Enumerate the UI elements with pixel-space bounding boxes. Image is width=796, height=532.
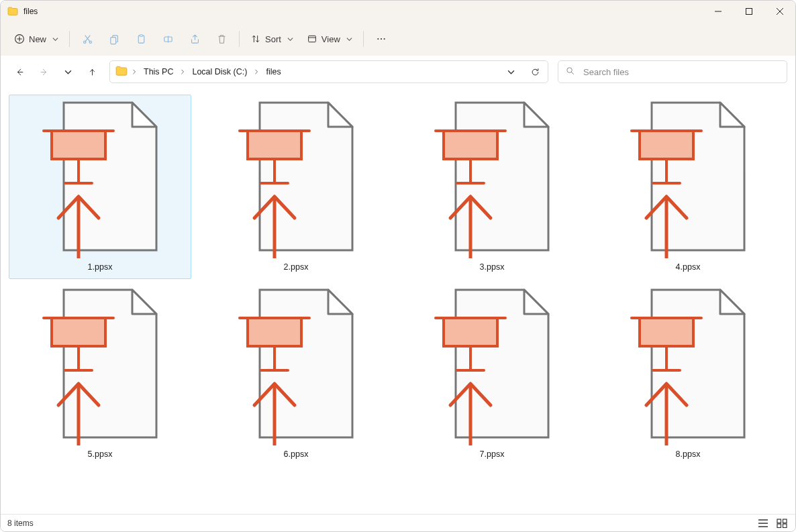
svg-rect-20 (248, 131, 301, 159)
chevron-down-icon (287, 36, 293, 42)
file-area[interactable]: 1.ppsx 2.ppsx 3.ppsx (1, 88, 795, 514)
svg-point-11 (381, 38, 382, 40)
ppsx-file-icon (405, 97, 579, 261)
file-name: 1.ppsx (88, 261, 113, 272)
ppsx-file-icon (601, 284, 775, 448)
details-view-button[interactable] (756, 517, 770, 529)
svg-rect-50 (640, 318, 693, 346)
file-item[interactable]: 2.ppsx (205, 95, 387, 279)
refresh-button[interactable] (525, 62, 545, 81)
paste-button[interactable] (128, 28, 154, 50)
search-box[interactable] (558, 60, 787, 83)
status-text: 8 items (7, 519, 34, 528)
file-item[interactable]: 5.ppsx (9, 282, 191, 466)
file-name: 4.ppsx (676, 261, 701, 272)
back-button[interactable] (9, 61, 30, 83)
share-button[interactable] (181, 28, 208, 50)
chevron-right-icon[interactable] (254, 67, 259, 76)
sort-button[interactable]: Sort (244, 28, 300, 50)
svg-rect-35 (52, 318, 105, 346)
svg-rect-5 (110, 37, 115, 44)
ppsx-file-icon (209, 284, 383, 448)
file-item[interactable]: 1.ppsx (9, 95, 191, 279)
title-bar: files (1, 1, 795, 22)
search-icon (565, 66, 575, 78)
more-button[interactable] (368, 28, 395, 50)
chevron-down-icon (52, 36, 58, 42)
address-bar[interactable]: This PC Local Disk (C:) files (109, 60, 548, 83)
window-controls (703, 1, 795, 22)
svg-rect-55 (783, 519, 787, 523)
window-title: files (23, 7, 38, 16)
chevron-right-icon[interactable] (180, 67, 185, 76)
view-button[interactable]: View (300, 28, 359, 50)
ppsx-file-icon (13, 97, 187, 261)
minimize-button[interactable] (703, 1, 734, 22)
cut-button[interactable] (74, 28, 101, 50)
file-item[interactable]: 4.ppsx (597, 95, 779, 279)
ppsx-file-icon (209, 97, 383, 261)
sort-label: Sort (265, 34, 281, 44)
copy-button[interactable] (101, 28, 128, 50)
breadcrumb-item[interactable]: files (263, 64, 283, 79)
recent-locations-button[interactable] (57, 61, 79, 83)
file-item[interactable]: 3.ppsx (401, 95, 583, 279)
chevron-right-icon[interactable] (132, 67, 137, 76)
ppsx-file-icon (13, 284, 187, 448)
separator (363, 31, 364, 47)
file-item[interactable]: 6.ppsx (205, 282, 387, 466)
svg-rect-25 (444, 131, 497, 159)
svg-point-10 (377, 38, 379, 40)
ppsx-file-icon (601, 97, 775, 261)
file-grid: 1.ppsx 2.ppsx 3.ppsx (9, 95, 794, 466)
toolbar: New Sort View (1, 22, 795, 56)
file-name: 6.ppsx (284, 448, 309, 459)
folder-icon (7, 6, 18, 17)
svg-point-2 (83, 41, 85, 43)
thumbnails-view-button[interactable] (775, 517, 789, 529)
file-name: 5.ppsx (88, 448, 113, 459)
address-dropdown-button[interactable] (501, 62, 521, 81)
svg-rect-54 (777, 519, 781, 523)
svg-rect-15 (52, 131, 105, 159)
delete-button[interactable] (208, 28, 235, 50)
ppsx-file-icon (405, 284, 579, 448)
breadcrumb-item[interactable]: This PC (141, 64, 176, 79)
breadcrumb-item[interactable]: Local Disk (C:) (189, 64, 250, 79)
folder-icon (115, 65, 128, 79)
status-bar: 8 items (1, 514, 795, 531)
file-item[interactable]: 8.ppsx (597, 282, 779, 466)
svg-rect-57 (783, 524, 787, 528)
svg-rect-56 (777, 524, 781, 528)
up-button[interactable] (81, 61, 103, 83)
svg-rect-7 (140, 34, 142, 36)
file-name: 3.ppsx (480, 261, 505, 272)
file-item[interactable]: 7.ppsx (401, 282, 583, 466)
svg-point-3 (89, 41, 91, 43)
svg-rect-45 (444, 318, 497, 346)
svg-rect-9 (309, 36, 316, 42)
svg-rect-30 (640, 131, 693, 159)
rename-button[interactable] (154, 28, 181, 50)
close-button[interactable] (764, 1, 795, 22)
search-input[interactable] (582, 66, 780, 78)
navigation-row: This PC Local Disk (C:) files (1, 56, 795, 88)
svg-point-12 (383, 38, 385, 40)
view-label: View (321, 34, 340, 44)
separator (69, 31, 70, 47)
separator (239, 31, 240, 47)
file-name: 2.ppsx (284, 261, 309, 272)
svg-rect-0 (746, 9, 752, 15)
file-name: 8.ppsx (676, 448, 701, 459)
file-name: 7.ppsx (480, 448, 505, 459)
new-button[interactable]: New (9, 28, 65, 50)
chevron-down-icon (346, 36, 352, 42)
new-label: New (29, 34, 46, 44)
forward-button[interactable] (33, 61, 54, 83)
svg-rect-40 (248, 318, 301, 346)
maximize-button[interactable] (734, 1, 764, 22)
